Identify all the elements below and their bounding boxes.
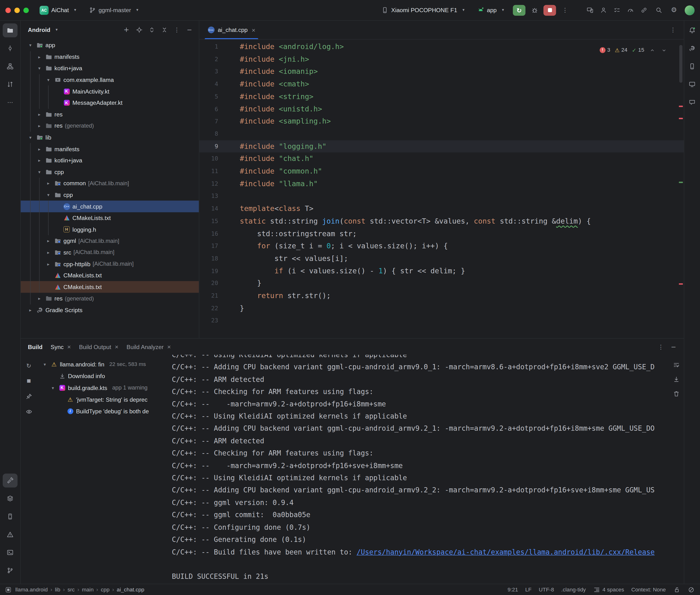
run-config-selector[interactable]: app ▾ [474, 5, 510, 16]
editor-options-button[interactable]: ⋮ [667, 24, 679, 36]
code-line-13[interactable]: 13 [199, 190, 684, 202]
code-line-5[interactable]: 5#include <string> [199, 90, 684, 103]
tree-item-kotlin-java[interactable]: ▾kotlin+java [21, 63, 199, 74]
tree-item-common[interactable]: ▸common[AiChat.lib.main] [21, 178, 199, 189]
editor-scrollbar-thumb[interactable] [679, 45, 682, 83]
chevron-right-icon[interactable]: ▸ [45, 261, 52, 266]
build-output-path-link[interactable]: /Users/hanyin/Workspace/ai-chat/examples… [357, 548, 654, 556]
project-widget[interactable]: AC AiChat ▾ [36, 4, 82, 17]
warning-count[interactable]: ⚠ 24 [615, 44, 627, 56]
code-line-12[interactable]: 12#include "llama.h" [199, 178, 684, 190]
error-stripe-mark[interactable] [679, 283, 683, 285]
context-widget[interactable]: Context: None [632, 587, 666, 593]
chevron-right-icon[interactable]: ▸ [36, 158, 43, 163]
rerun-button[interactable]: ↻ [23, 360, 34, 371]
device-manager-button[interactable] [686, 59, 699, 73]
next-problem-icon[interactable] [661, 47, 668, 54]
tree-item-ai-chat-cpp[interactable]: C++ai_chat.cpp [21, 201, 199, 212]
tree-item-com-example-llama[interactable]: ▾com.example.llama [21, 74, 199, 85]
stop-button[interactable] [543, 5, 556, 16]
code-line-18[interactable]: 18 str << values[i]; [199, 252, 684, 265]
chevron-down-icon[interactable]: ▾ [27, 43, 34, 48]
build-variants-button[interactable] [3, 491, 18, 506]
tree-item-kotlin-java[interactable]: ▸kotlin+java [21, 155, 199, 166]
running-devices-button[interactable] [686, 77, 699, 91]
tree-item-cpp-httplib[interactable]: ▸cpp-httplib[AiChat.lib.main] [21, 258, 199, 270]
error-stripe-mark[interactable] [679, 106, 683, 107]
chevron-down-icon[interactable]: ▾ [50, 385, 56, 390]
tree-item-res[interactable]: ▸res(generated) [21, 120, 199, 132]
chevron-right-icon[interactable]: ▸ [27, 308, 34, 313]
close-window-button[interactable] [5, 7, 11, 13]
code-line-15[interactable]: 15static std::string join(const std::vec… [199, 215, 684, 227]
breadcrumb-src[interactable]: src [67, 587, 75, 593]
code-with-me-button[interactable] [597, 5, 609, 16]
clear-all-button[interactable] [670, 388, 682, 399]
prev-problem-icon[interactable] [649, 47, 656, 54]
close-tab-icon[interactable]: × [67, 343, 71, 350]
chevron-down-icon[interactable]: ▾ [45, 77, 52, 82]
tree-item-manifests[interactable]: ▸manifests [21, 51, 199, 63]
terminal-button[interactable] [3, 545, 18, 560]
search-everywhere-button[interactable] [652, 4, 665, 16]
expand-all-button[interactable] [146, 24, 158, 35]
chevron-right-icon[interactable]: ▸ [45, 181, 52, 186]
tree-item-gradle-scripts[interactable]: ▸Gradle Scripts [21, 304, 199, 316]
chevron-right-icon[interactable]: ▸ [45, 250, 52, 255]
build-tab-build-output[interactable]: Build Output× [79, 343, 119, 350]
code-line-7[interactable]: 7#include <sampling.h> [199, 115, 684, 128]
chevron-right-icon[interactable]: ▸ [36, 296, 43, 301]
build-tab-sync[interactable]: Sync× [51, 343, 71, 350]
code-line-14[interactable]: 14template<class T> [199, 202, 684, 215]
breadcrumb-cpp[interactable]: cpp [101, 587, 110, 593]
code-line-3[interactable]: 3#include <iomanip> [199, 65, 684, 78]
tree-item-cpp[interactable]: ▾cpp [21, 166, 199, 178]
code-line-19[interactable]: 19 if (i < values.size() - 1) { str << d… [199, 265, 684, 277]
line-separator-widget[interactable]: LF [525, 587, 531, 593]
chevron-right-icon[interactable]: ▸ [36, 123, 43, 128]
tree-item-logging-h[interactable]: Hlogging.h [21, 224, 199, 235]
hide-button[interactable]: − [184, 24, 195, 35]
error-stripe-mark[interactable] [679, 118, 683, 119]
chevron-down-icon[interactable]: ▾ [41, 362, 48, 367]
scroll-to-end-button[interactable] [670, 374, 682, 385]
indent-widget[interactable]: 4 spaces [593, 586, 624, 593]
build-window-title[interactable]: Build [28, 343, 43, 350]
tree-item-res[interactable]: ▸res [21, 109, 199, 120]
add-button[interactable]: + [120, 24, 132, 35]
close-tab-icon[interactable]: × [115, 343, 118, 350]
device-selector[interactable]: Xiaomi POCOPHONE F1 ▾ [378, 5, 471, 16]
build-console[interactable]: C/C++: -- Using KleidiAI optimized kerne… [167, 355, 669, 584]
tree-item-cpp[interactable]: ▾cpp [21, 189, 199, 201]
tree-item-lib[interactable]: ▾lib [21, 132, 199, 143]
build-tree-item[interactable]: ⚠'jvmTarget: String' is deprec [37, 394, 167, 405]
tree-item-manifests[interactable]: ▸manifests [21, 143, 199, 154]
checklist-button[interactable] [611, 5, 623, 16]
code-line-23[interactable]: 23 [199, 314, 684, 327]
locate-button[interactable] [133, 24, 145, 35]
commit-button[interactable] [3, 41, 18, 55]
chevron-down-icon[interactable]: ▾ [45, 192, 52, 197]
filter-button[interactable] [23, 406, 34, 417]
build-tab-build-analyzer[interactable]: Build Analyzer× [127, 343, 171, 350]
close-tab-icon[interactable]: × [167, 343, 171, 350]
tree-item-messageadapter-kt[interactable]: KMessageAdapter.kt [21, 97, 199, 109]
tree-item-res[interactable]: ▸res(generated) [21, 293, 199, 304]
breadcrumb-main[interactable]: main [82, 587, 93, 593]
profile-avatar[interactable] [685, 5, 695, 15]
collapse-all-button[interactable] [159, 24, 170, 35]
device-mirroring-button[interactable] [584, 5, 596, 16]
file-encoding-widget[interactable]: UTF-8 [539, 587, 554, 593]
code-line-9[interactable]: 9#include "logging.h" [199, 140, 684, 152]
pull-requests-button[interactable] [3, 77, 18, 91]
debug-button[interactable] [528, 4, 541, 16]
inspections-widget[interactable]: ! 3 ⚠ 24 ✓ 15 [597, 43, 670, 57]
caret-position-widget[interactable]: 9:21 [508, 587, 518, 593]
tree-item-mainactivity-kt[interactable]: KMainActivity.kt [21, 86, 199, 97]
gradle-button[interactable] [686, 41, 699, 55]
code-line-21[interactable]: 21 return str.str(); [199, 290, 684, 302]
code-line-20[interactable]: 20 } [199, 277, 684, 289]
breadcrumb-ai-chat-cpp[interactable]: ai_chat.cpp [117, 587, 144, 593]
lock-widget[interactable] [673, 586, 680, 593]
profiler-button[interactable] [624, 5, 636, 16]
